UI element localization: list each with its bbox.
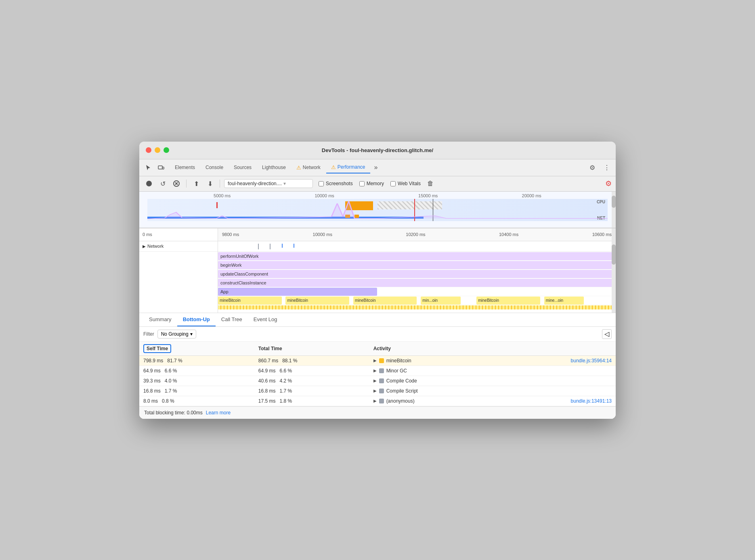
total-time-value-5: 17.5 ms: [258, 398, 276, 404]
tab-elements[interactable]: Elements: [170, 162, 200, 173]
self-time-pct-2: 6.6 %: [165, 368, 177, 374]
download-button[interactable]: ⬇: [204, 178, 216, 189]
tab-bar: Elements Console Sources Lighthouse ⚠ Ne…: [139, 159, 616, 176]
activity-expand-icon-2[interactable]: ▶: [373, 368, 377, 373]
tab-sources[interactable]: Sources: [229, 162, 256, 173]
self-time-pct-5: 0.8 %: [162, 398, 174, 404]
activity-cell-5: ▶ (anonymous) bundle.js:13491:13: [369, 396, 616, 406]
screenshots-checkbox[interactable]: Screenshots: [319, 181, 353, 186]
flame-chart-main: 9800 ms 10000 ms 10200 ms 10400 ms 10600…: [218, 228, 616, 313]
network-label: ▶ Network: [143, 244, 164, 249]
filter-label: Filter: [143, 331, 154, 337]
flame-label-row-6: ·: [139, 295, 218, 303]
responsive-icon[interactable]: [155, 162, 167, 173]
tab-bottom-up[interactable]: Bottom-Up: [177, 313, 216, 326]
flame-label-row-1: ·: [139, 253, 218, 261]
activity-name-5: (anonymous): [386, 398, 415, 404]
tab-lighthouse[interactable]: Lighthouse: [257, 162, 291, 173]
tab-overflow-btn[interactable]: »: [371, 162, 381, 173]
flame-block-mine-5[interactable]: mineBitcoin: [476, 297, 540, 305]
total-time-cell-3: 40.6 ms 4.2 %: [254, 376, 369, 386]
url-dropdown-icon[interactable]: ▾: [283, 181, 286, 186]
flame-block-mine-2[interactable]: mineBitcoin: [285, 297, 349, 305]
flame-block-performUnitOfWork[interactable]: performUnitOfWork: [218, 252, 616, 260]
flame-block-mine-3[interactable]: mineBitcoin: [353, 297, 417, 305]
flame-function-labels: · · · · · · ·: [139, 252, 218, 313]
flame-chart-area: 0 ms ▶ Network · · · · · · ·: [139, 228, 616, 313]
flame-block-updateClassComponent[interactable]: updateClassComponent: [218, 270, 616, 278]
tab-performance[interactable]: ⚠ Performance: [326, 162, 370, 173]
timeline-scrollbar-thumb[interactable]: [612, 196, 616, 208]
flame-block-beginWork[interactable]: beginWork: [218, 261, 616, 269]
activity-link-1[interactable]: bundle.js:35964:14: [571, 358, 612, 364]
tab-network[interactable]: ⚠ Network: [292, 162, 325, 173]
flame-block-App[interactable]: App: [218, 288, 377, 296]
timeline-scrollbar[interactable]: [612, 192, 616, 228]
total-time-pct-2: 6.6 %: [280, 368, 292, 374]
th-self-time: Self Time: [139, 342, 254, 356]
settings-red-button[interactable]: ⚙: [605, 179, 612, 188]
total-time-value-1: 860.7 ms: [258, 358, 278, 364]
collapse-btn[interactable]: ◁: [602, 329, 612, 339]
self-time-value-2: 64.9 ms: [143, 368, 161, 374]
url-text: foul-heavenly-direction....: [228, 181, 282, 186]
activity-name-1: mineBitcoin: [386, 358, 411, 364]
flame-ruler-row: 9800 ms 10000 ms 10200 ms 10400 ms 10600…: [218, 228, 616, 241]
tabs-list: Elements Console Sources Lighthouse ⚠ Ne…: [170, 162, 587, 173]
grouping-dropdown[interactable]: No Grouping ▾: [157, 330, 196, 339]
total-time-cell-4: 16.8 ms 1.7 %: [254, 386, 369, 396]
upload-button[interactable]: ⬆: [191, 178, 202, 189]
flame-label-row-5: ·: [139, 286, 218, 295]
activity-expand-icon-3[interactable]: ▶: [373, 378, 377, 383]
total-time-cell-2: 64.9 ms 6.6 %: [254, 366, 369, 376]
timeline-area: 5000 ms 10000 ms 15000 ms 20000 ms CPU N…: [139, 192, 616, 228]
ruler-0ms: 0 ms: [143, 232, 152, 237]
learn-more-link[interactable]: Learn more: [206, 410, 231, 416]
flame-scrollbar[interactable]: [612, 228, 616, 313]
flame-row-1: performUnitOfWork: [218, 252, 616, 261]
activity-expand-icon-5[interactable]: ▶: [373, 399, 377, 403]
net-mini-bar-3: [282, 244, 283, 248]
tab-summary[interactable]: Summary: [143, 313, 177, 326]
flame-block-mine-4[interactable]: min...oin: [421, 297, 461, 305]
self-time-value-5: 8.0 ms: [143, 398, 158, 404]
devtools-window: DevTools - foul-heavenly-direction.glitc…: [139, 142, 616, 419]
blocking-time-text: Total blocking time: 0.00ms: [144, 410, 203, 416]
reload-button[interactable]: ↺: [157, 178, 168, 189]
cursor-icon[interactable]: [143, 162, 154, 173]
flame-scrollbar-thumb[interactable]: [612, 244, 616, 265]
flame-block-mine-1[interactable]: mineBitcoin: [218, 297, 282, 305]
activity-cell-1: ▶ mineBitcoin bundle.js:35964:14: [369, 355, 616, 366]
web-vitals-checkbox[interactable]: Web Vitals: [390, 181, 421, 186]
activity-expand-icon-1[interactable]: ▶: [373, 358, 377, 363]
record-button[interactable]: [143, 178, 155, 189]
tab-console[interactable]: Console: [201, 162, 228, 173]
bottom-panel: Summary Bottom-Up Call Tree Event Log Fi…: [139, 313, 616, 419]
maximize-button[interactable]: [164, 147, 169, 153]
traffic-lights: [146, 147, 169, 153]
devtools-content: Elements Console Sources Lighthouse ⚠ Ne…: [139, 159, 616, 419]
tab-call-tree[interactable]: Call Tree: [216, 313, 248, 326]
flame-block-mine-6[interactable]: mine...oin: [544, 297, 584, 305]
flame-detail-strip: [218, 305, 616, 309]
table-row: 64.9 ms 6.6 % 64.9 ms 6.6 %: [139, 366, 616, 376]
network-label-row[interactable]: ▶ Network: [139, 241, 218, 252]
trash-button[interactable]: 🗑: [425, 178, 436, 189]
total-time-pct-5: 1.8 %: [280, 398, 292, 404]
tab-event-log[interactable]: Event Log: [248, 313, 283, 326]
activity-cell-3: ▶ Compile Code: [369, 376, 616, 386]
close-button[interactable]: [146, 147, 151, 153]
settings-icon[interactable]: ⚙: [587, 162, 598, 173]
status-bar: Total blocking time: 0.00ms Learn more: [139, 406, 616, 419]
ruler-15000: 15000 ms: [418, 193, 438, 198]
self-time-cell-1: 798.9 ms 81.7 %: [139, 355, 254, 366]
minimize-button[interactable]: [155, 147, 160, 153]
memory-checkbox[interactable]: Memory: [359, 181, 384, 186]
stop-button[interactable]: [171, 178, 182, 189]
svg-rect-1: [162, 167, 164, 169]
activity-expand-icon-4[interactable]: ▶: [373, 389, 377, 393]
self-time-cell-3: 39.3 ms 4.0 %: [139, 376, 254, 386]
more-options-icon[interactable]: ⋮: [601, 162, 612, 173]
activity-link-5[interactable]: bundle.js:13491:13: [571, 398, 612, 404]
flame-block-constructClassInstance[interactable]: constructClassInstance: [218, 279, 616, 287]
